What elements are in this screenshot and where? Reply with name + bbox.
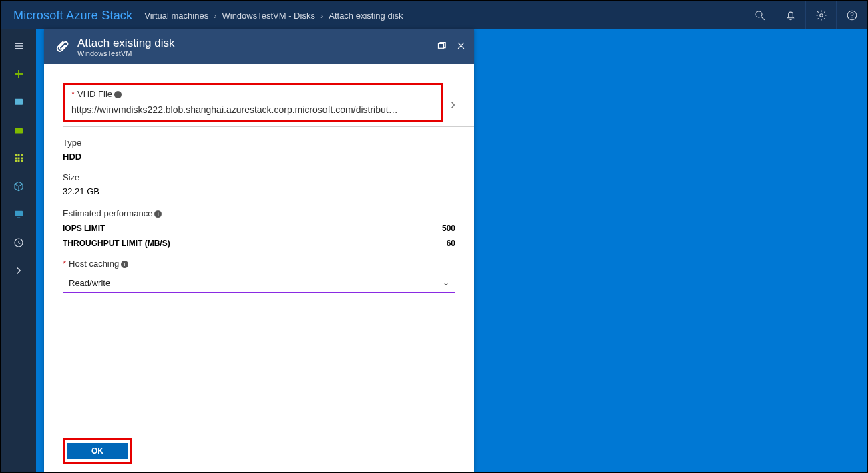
svg-point-0: [756, 11, 762, 17]
svg-rect-10: [15, 99, 23, 105]
size-label: Size: [63, 172, 455, 182]
svg-point-4: [851, 17, 852, 18]
performance-label-text: Estimated performance: [63, 208, 152, 218]
blade-body: *VHD Filei https://winvmdisks222.blob.sh…: [44, 64, 474, 430]
open-vhd-picker-icon[interactable]: ›: [451, 96, 455, 112]
host-caching-select[interactable]: Read/write ⌄: [63, 273, 455, 293]
restore-window-icon[interactable]: [437, 41, 447, 53]
settings-icon[interactable]: [805, 1, 836, 29]
create-resource-icon[interactable]: [1, 60, 36, 88]
blade-header: Attach existing disk WindowsTestVM: [44, 29, 474, 64]
breadcrumb-item-attach[interactable]: Attach existing disk: [329, 11, 403, 21]
breadcrumb-separator: ›: [320, 11, 323, 21]
host-caching-label-text: Host caching: [69, 259, 119, 269]
brand-name[interactable]: Microsoft Azure Stack: [1, 9, 144, 23]
size-value: 32.21 GB: [63, 186, 455, 196]
search-icon[interactable]: [744, 1, 775, 29]
performance-label: Estimated performancei: [63, 208, 455, 218]
blade-header-icons: [437, 41, 466, 53]
attach-icon: [52, 37, 71, 56]
host-caching-label: *Host cachingi: [63, 259, 455, 269]
type-field: Type HDD: [63, 138, 455, 162]
svg-rect-16: [18, 158, 20, 160]
vhd-file-value[interactable]: https://winvmdisks222.blob.shanghai.azur…: [71, 104, 434, 115]
hamburger-menu-icon[interactable]: [1, 32, 36, 60]
svg-rect-11: [15, 128, 23, 134]
throughput-label: THROUGHPUT LIMIT (MB/S): [63, 239, 170, 248]
type-label: Type: [63, 138, 455, 148]
virtual-machines-icon[interactable]: [1, 172, 36, 200]
azure-portal-frame: Microsoft Azure Stack Virtual machines ›…: [0, 0, 868, 473]
type-value: HDD: [63, 152, 455, 162]
svg-rect-18: [15, 160, 17, 162]
blade-footer: OK: [44, 430, 474, 472]
info-icon[interactable]: i: [154, 210, 162, 218]
chevron-down-icon: ⌄: [443, 278, 449, 287]
host-caching-value: Read/write: [69, 278, 110, 288]
svg-rect-13: [18, 154, 20, 156]
iops-label: IOPS LIMIT: [63, 224, 105, 233]
breadcrumb-item-disks[interactable]: WindowsTestVM - Disks: [222, 11, 314, 21]
breadcrumb-separator: ›: [214, 11, 216, 21]
top-icon-group: [744, 1, 867, 29]
svg-point-2: [819, 14, 823, 17]
iops-value: 500: [442, 224, 455, 233]
svg-rect-19: [18, 160, 20, 162]
ok-button-highlight: OK: [63, 438, 132, 464]
expand-nav-icon[interactable]: [1, 257, 36, 285]
notifications-icon[interactable]: [775, 1, 805, 29]
iops-row: IOPS LIMIT 500: [63, 224, 455, 233]
breadcrumb: Virtual machines › WindowsTestVM - Disks…: [144, 11, 403, 21]
svg-rect-14: [21, 154, 23, 156]
recent-icon[interactable]: [1, 228, 36, 257]
svg-rect-24: [439, 43, 444, 48]
help-icon[interactable]: [836, 1, 867, 29]
top-bar: Microsoft Azure Stack Virtual machines ›…: [1, 1, 867, 29]
required-marker: *: [71, 89, 75, 99]
svg-rect-17: [21, 158, 23, 160]
svg-rect-15: [15, 158, 17, 160]
vhd-file-highlight: *VHD Filei https://winvmdisks222.blob.sh…: [63, 83, 443, 122]
svg-rect-21: [15, 211, 23, 216]
throughput-row: THROUGHPUT LIMIT (MB/S) 60: [63, 239, 455, 248]
throughput-value: 60: [447, 239, 455, 248]
svg-rect-22: [17, 218, 21, 219]
left-nav-rail: [1, 29, 36, 472]
ok-button[interactable]: OK: [67, 443, 128, 459]
svg-rect-20: [21, 160, 23, 162]
vhd-file-label: *VHD Filei: [71, 89, 434, 99]
close-blade-icon[interactable]: [456, 41, 466, 53]
breadcrumb-item-vms[interactable]: Virtual machines: [144, 11, 208, 21]
vhd-file-label-text: VHD File: [77, 89, 112, 99]
required-marker: *: [63, 259, 66, 269]
blade-title: Attach existing disk: [77, 37, 175, 50]
performance-section: Estimated performancei IOPS LIMIT 500 TH…: [63, 208, 455, 248]
monitor-icon[interactable]: [1, 200, 36, 228]
blade-canvas: Attach existing disk WindowsTestVM: [36, 29, 867, 472]
blade-subtitle: WindowsTestVM: [77, 49, 175, 57]
portal-body: Attach existing disk WindowsTestVM: [1, 29, 867, 472]
info-icon[interactable]: i: [114, 91, 122, 98]
divider: [63, 126, 474, 127]
svg-line-1: [761, 17, 765, 20]
all-resources-icon[interactable]: [1, 144, 36, 172]
size-field: Size 32.21 GB: [63, 172, 455, 196]
resource-groups-icon[interactable]: [1, 116, 36, 144]
info-icon[interactable]: i: [121, 261, 128, 268]
attach-existing-disk-blade: Attach existing disk WindowsTestVM: [44, 29, 474, 472]
blade-title-group: Attach existing disk WindowsTestVM: [77, 37, 175, 57]
dashboard-icon[interactable]: [1, 88, 36, 116]
host-caching-field: *Host cachingi Read/write ⌄: [63, 259, 455, 293]
vhd-file-row: *VHD Filei https://winvmdisks222.blob.sh…: [63, 83, 455, 125]
svg-rect-12: [15, 154, 17, 156]
